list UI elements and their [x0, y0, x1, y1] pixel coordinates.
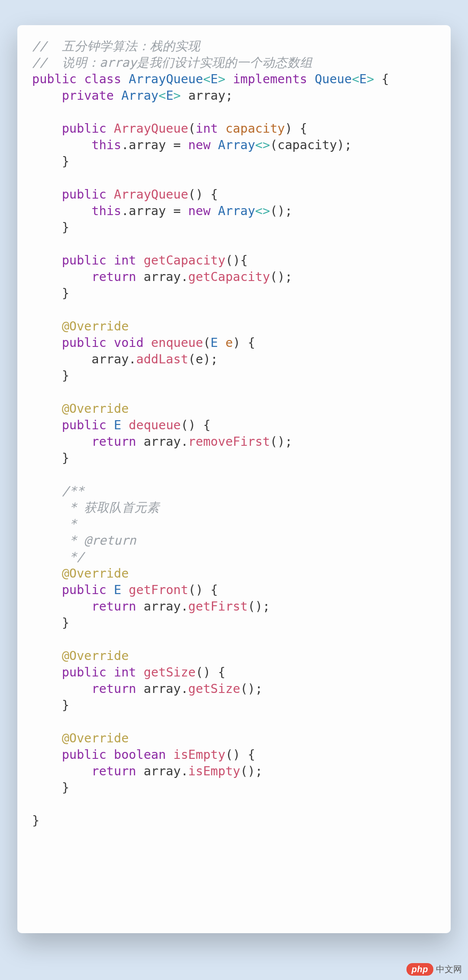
comment-line: /**	[62, 484, 84, 498]
kw: boolean	[114, 748, 166, 762]
kw: public	[62, 748, 107, 762]
punct: }	[62, 154, 69, 169]
kw: public	[32, 72, 77, 86]
type: E	[114, 418, 121, 432]
ctor: ArrayQueue	[114, 121, 188, 136]
method: enqueue	[151, 336, 203, 350]
punct: ();	[270, 204, 292, 218]
kw: int	[114, 253, 136, 268]
punct: (capacity);	[270, 138, 352, 152]
punct: () {	[188, 187, 218, 202]
method: removeFirst	[188, 434, 270, 449]
type: Array	[121, 88, 159, 103]
kw: int	[114, 665, 136, 679]
punct: }	[62, 286, 69, 301]
punct: array.	[136, 599, 188, 614]
comment-line: // 说明：array是我们设计实现的一个动态数组	[32, 56, 312, 70]
kw: int	[196, 121, 218, 136]
angle: >	[218, 72, 225, 86]
method: isEmpty	[188, 764, 240, 778]
punct: ();	[240, 764, 262, 778]
type: Array	[218, 204, 255, 218]
code-block: // 五分钟学算法：栈的实现 // 说明：array是我们设计实现的一个动态数组…	[32, 38, 446, 829]
punct: }	[62, 781, 69, 795]
punct: array.	[136, 764, 188, 778]
punct: }	[62, 220, 69, 235]
method: getCapacity	[188, 270, 270, 284]
punct: array.	[91, 352, 136, 366]
kw: this	[91, 138, 121, 152]
punct: }	[32, 813, 39, 828]
type: ArrayQueue	[129, 72, 203, 86]
method: getSize	[143, 665, 195, 679]
punct: }	[62, 451, 69, 465]
kw: public	[62, 665, 107, 679]
kw: implements	[233, 72, 307, 86]
punct: array.	[136, 270, 188, 284]
watermark-text: 中文网	[436, 964, 462, 975]
kw: private	[62, 88, 114, 103]
punct: (e);	[188, 352, 218, 366]
method: getFront	[129, 583, 188, 597]
method: getFirst	[188, 599, 247, 614]
kw: new	[188, 138, 210, 152]
kw: public	[62, 583, 107, 597]
angle: <	[352, 72, 359, 86]
angle: <	[203, 72, 211, 86]
kw: this	[91, 204, 121, 218]
punct: array.	[136, 682, 188, 696]
type: Array	[218, 138, 255, 152]
angle: >	[367, 72, 374, 86]
punct: (	[203, 336, 211, 350]
type: E	[114, 583, 121, 597]
type: E	[166, 88, 173, 103]
punct: (	[188, 121, 195, 136]
annotation: @Override	[62, 731, 129, 745]
kw: return	[91, 599, 136, 614]
punct: () {	[188, 583, 218, 597]
punct: ();	[270, 434, 292, 449]
punct: ) {	[233, 336, 255, 350]
method: getCapacity	[143, 253, 225, 268]
punct: ) {	[285, 121, 307, 136]
watermark: php 中文网	[406, 963, 462, 976]
comment-line: * 获取队首元素	[62, 500, 159, 515]
type: Queue	[315, 72, 352, 86]
method: getSize	[188, 682, 240, 696]
kw: public	[62, 187, 107, 202]
kw: class	[84, 72, 121, 86]
angle: <>	[255, 204, 270, 218]
type: E	[211, 336, 218, 350]
annotation: @Override	[62, 649, 129, 663]
punct: () {	[225, 748, 255, 762]
annotation: @Override	[62, 402, 129, 416]
comment-line: * @return	[62, 533, 136, 548]
watermark-pill: php	[406, 963, 433, 976]
annotation: @Override	[62, 319, 129, 333]
kw: public	[62, 121, 107, 136]
kw: return	[91, 682, 136, 696]
annotation: @Override	[62, 566, 129, 581]
code-card: // 五分钟学算法：栈的实现 // 说明：array是我们设计实现的一个动态数组…	[17, 25, 451, 933]
punct: () {	[196, 665, 226, 679]
punct: ();	[248, 599, 270, 614]
param: e	[225, 336, 233, 350]
kw: public	[62, 253, 107, 268]
kw: return	[91, 270, 136, 284]
kw: public	[62, 336, 107, 350]
type: E	[211, 72, 218, 86]
comment-line: // 五分钟学算法：栈的实现	[32, 39, 200, 53]
comment-line: */	[62, 550, 84, 564]
angle: >	[173, 88, 181, 103]
punct: () {	[181, 418, 211, 432]
type: E	[359, 72, 367, 86]
punct: {	[374, 72, 389, 86]
punct: array.	[136, 434, 188, 449]
method: addLast	[136, 352, 188, 366]
punct: array;	[181, 88, 233, 103]
kw: public	[62, 418, 107, 432]
kw: return	[91, 764, 136, 778]
punct: .array =	[121, 204, 188, 218]
angle: <>	[255, 138, 270, 152]
ctor: ArrayQueue	[114, 187, 188, 202]
